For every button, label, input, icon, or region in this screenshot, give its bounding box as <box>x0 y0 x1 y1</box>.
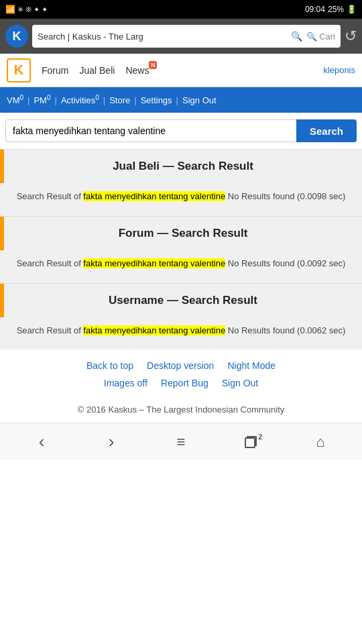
reload-button[interactable]: ↺ <box>345 28 357 45</box>
section-title-2: Username — Search Result <box>4 284 362 317</box>
url-text: Search | Kaskus - The Larg <box>38 32 287 42</box>
tabs-button[interactable]: 2 <box>235 426 267 458</box>
footer-row1: Back to top Desktop version Night Mode <box>7 360 355 371</box>
night-mode-link[interactable]: Night Mode <box>227 360 276 371</box>
menu-button[interactable]: ≡ <box>165 426 197 458</box>
footer-row2: Images off Report Bug Sign Out <box>7 378 355 388</box>
tab-count: 2 <box>258 433 262 441</box>
sign-out-link[interactable]: Sign Out <box>182 95 217 105</box>
section-header-0: Jual Beli — Search Result <box>0 150 362 183</box>
time: 09:04 <box>305 5 325 14</box>
sep5: | <box>176 95 178 105</box>
home-button[interactable]: ⌂ <box>304 426 337 458</box>
signal-icon: 📶 <box>5 5 15 14</box>
section-body-2: Search Result of fakta menyedihkan tenta… <box>0 317 362 350</box>
section-title-0: Jual Beli — Search Result <box>4 150 362 182</box>
section-title-1: Forum — Search Result <box>4 217 362 250</box>
browser-logo-letter: K <box>13 30 21 44</box>
cari-label: 🔍 Cari <box>306 32 335 42</box>
sep3: | <box>103 95 105 105</box>
section-body-0: Search Result of fakta menyedihkan tenta… <box>0 183 362 216</box>
section-header-1: Forum — Search Result <box>0 217 362 250</box>
section-1: Forum — Search ResultSearch Result of fa… <box>0 217 362 284</box>
highlight-0: fakta menyedihkan tentang valentine <box>83 191 225 201</box>
network-icons: ✳ ❊ ✦ ✦ <box>17 5 48 14</box>
nav-jual-beli[interactable]: Jual Beli <box>79 65 115 76</box>
highlight-1: fakta menyedihkan tentang valentine <box>83 258 225 268</box>
tabs-icon: 2 <box>243 435 258 449</box>
vm-link[interactable]: VM0 <box>7 94 23 105</box>
sign-out-footer-link[interactable]: Sign Out <box>222 378 258 388</box>
images-off-link[interactable]: Images off <box>104 378 147 388</box>
nav-news[interactable]: News N <box>125 65 149 76</box>
settings-link[interactable]: Settings <box>141 95 172 105</box>
nav-forum[interactable]: Forum <box>42 65 68 76</box>
search-input[interactable] <box>5 119 296 142</box>
svg-rect-0 <box>245 438 255 447</box>
pm-link[interactable]: PM0 <box>34 94 50 105</box>
user-bar: VM0 | PM0 | Activities0 | Store | Settin… <box>0 87 362 113</box>
store-link[interactable]: Store <box>109 95 130 105</box>
search-icon: 🔍 <box>291 31 302 42</box>
bottom-nav: ‹ › ≡ 2 ⌂ <box>0 423 362 460</box>
sep1: | <box>27 95 29 105</box>
highlight-2: fakta menyedihkan tentang valentine <box>83 325 225 335</box>
section-body-1: Search Result of fakta menyedihkan tenta… <box>0 250 362 283</box>
sections-container: Jual Beli — Search ResultSearch Result o… <box>0 150 362 350</box>
section-header-2: Username — Search Result <box>0 284 362 317</box>
forward-button[interactable]: › <box>95 426 127 458</box>
sep2: | <box>55 95 57 105</box>
back-to-top-link[interactable]: Back to top <box>86 360 133 371</box>
nav-news-label: News <box>125 65 149 76</box>
browser-url-bar[interactable]: Search | Kaskus - The Larg 🔍 🔍 Cari <box>32 25 341 48</box>
sep4: | <box>134 95 136 105</box>
nav-bar: K Forum Jual Beli News N kleponis <box>0 54 362 87</box>
activities-link[interactable]: Activities0 <box>61 94 99 105</box>
browser-logo: K <box>5 25 28 48</box>
kaskus-logo[interactable]: K <box>7 58 31 83</box>
nav-links: Forum Jual Beli News N <box>42 65 323 76</box>
browser-bar: K Search | Kaskus - The Larg 🔍 🔍 Cari ↺ <box>0 19 362 54</box>
logo-letter: K <box>14 62 23 78</box>
search-area: Search <box>0 113 362 150</box>
footer-copyright: © 2016 Kaskus – The Largest Indonesian C… <box>0 400 362 423</box>
status-left: 📶 ✳ ❊ ✦ ✦ <box>5 5 48 14</box>
news-badge: N <box>149 61 158 69</box>
report-bug-link[interactable]: Report Bug <box>161 378 208 388</box>
section-2: Username — Search ResultSearch Result of… <box>0 284 362 350</box>
status-bar: 📶 ✳ ❊ ✦ ✦ 09:04 25% 🔋 <box>0 0 362 19</box>
section-0: Jual Beli — Search ResultSearch Result o… <box>0 150 362 217</box>
nav-username[interactable]: kleponis <box>323 65 355 75</box>
back-button[interactable]: ‹ <box>25 426 58 458</box>
battery-percent: 25% <box>328 5 344 14</box>
battery-icon: 🔋 <box>347 5 357 14</box>
desktop-version-link[interactable]: Desktop version <box>147 360 214 371</box>
search-button[interactable]: Search <box>296 119 357 142</box>
status-right: 09:04 25% 🔋 <box>305 5 357 14</box>
footer-links: Back to top Desktop version Night Mode I… <box>0 350 362 400</box>
